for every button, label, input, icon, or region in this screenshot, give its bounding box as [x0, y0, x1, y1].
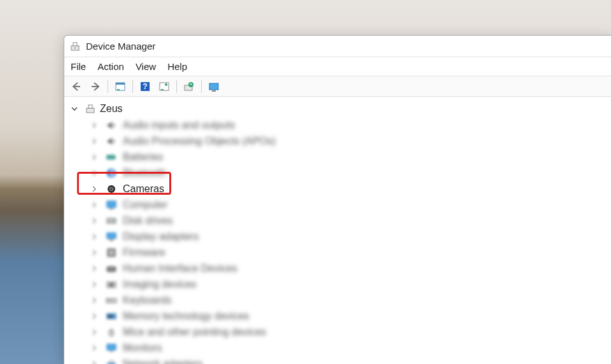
tree-item[interactable]: Cameras: [88, 181, 611, 197]
mouse-icon: [105, 326, 118, 339]
tree-item[interactable]: Bluetooth: [88, 165, 611, 181]
expand-icon[interactable]: [91, 202, 100, 208]
expand-icon[interactable]: [91, 329, 100, 335]
tree-item[interactable]: Human Interface Devices: [88, 260, 611, 276]
tree-item-label: Mice and other pointing devices: [123, 326, 266, 338]
tree-item-label: Imaging devices: [123, 279, 197, 290]
help-icon[interactable]: ?: [137, 78, 153, 95]
toolbar: ?: [64, 76, 611, 97]
expand-icon[interactable]: [91, 265, 100, 272]
battery-icon: [105, 151, 118, 164]
menu-action[interactable]: Action: [97, 61, 124, 72]
svg-point-26: [113, 220, 115, 221]
svg-rect-1: [73, 43, 77, 46]
svg-rect-35: [108, 300, 109, 301]
collapse-icon[interactable]: [71, 105, 81, 113]
tree-item-label: Cameras: [123, 183, 164, 195]
tree-item[interactable]: Display adapters: [88, 228, 611, 244]
tree-item-label: Bluetooth: [123, 167, 166, 179]
svg-rect-27: [107, 233, 116, 239]
tree-item-label: Monitors: [123, 342, 162, 354]
tree-item[interactable]: Disk drives: [88, 213, 611, 228]
disk-icon: [105, 214, 118, 227]
svg-point-22: [111, 188, 113, 190]
svg-rect-39: [108, 315, 110, 318]
tree-item[interactable]: Network adapters: [88, 356, 611, 364]
tree-item[interactable]: Audio Processing Objects (APOs): [88, 133, 611, 149]
computer-icon: [85, 103, 96, 115]
memory-icon: [105, 310, 118, 323]
svg-rect-24: [109, 208, 113, 209]
expand-icon[interactable]: [91, 138, 100, 144]
scan-icon[interactable]: [156, 78, 172, 95]
svg-rect-23: [107, 201, 116, 207]
window-title: Device Manager: [86, 41, 155, 52]
svg-rect-37: [111, 300, 113, 301]
tree-children: Audio inputs and outputsAudio Processing…: [68, 116, 611, 364]
menu-file[interactable]: File: [71, 61, 86, 72]
expand-icon[interactable]: [91, 281, 100, 288]
device-manager-window: Device Manager File Action View Help ?: [64, 35, 611, 364]
tree-item[interactable]: Monitors: [88, 340, 611, 356]
expand-icon[interactable]: [91, 345, 100, 351]
tree-item[interactable]: Audio inputs and outputs: [88, 117, 611, 133]
expand-icon[interactable]: [91, 154, 100, 160]
tree-item-label: Network adapters: [123, 358, 202, 365]
svg-rect-31: [107, 267, 116, 272]
monitor-icon: [105, 342, 118, 354]
tree-root[interactable]: Zeus: [68, 102, 611, 116]
tree-item[interactable]: Mice and other pointing devices: [88, 324, 611, 340]
svg-point-10: [165, 83, 167, 86]
device-manager-icon: [69, 41, 81, 52]
expand-icon[interactable]: [91, 313, 100, 319]
expand-icon[interactable]: [91, 361, 100, 365]
tree-item-label: Keyboards: [123, 295, 172, 306]
expand-icon[interactable]: [91, 297, 100, 304]
tree-item-label: Batteries: [123, 151, 163, 163]
show-hidden-icon[interactable]: [206, 78, 222, 95]
tree-item-label: Display adapters: [123, 231, 199, 242]
svg-rect-36: [109, 300, 111, 301]
network-icon: [105, 358, 118, 365]
svg-rect-28: [110, 239, 113, 241]
svg-point-2: [74, 47, 76, 48]
back-arrow-icon[interactable]: [68, 78, 85, 95]
expand-icon[interactable]: [91, 218, 100, 224]
camera-icon: [105, 183, 118, 195]
properties-icon[interactable]: [112, 78, 129, 95]
tree-item-label: Audio inputs and outputs: [123, 120, 235, 131]
expand-icon[interactable]: [91, 122, 100, 129]
update-icon[interactable]: [181, 78, 197, 95]
svg-rect-13: [209, 83, 218, 90]
tree-item[interactable]: Memory technology devices: [88, 308, 611, 324]
tree-item-label: Audio Processing Objects (APOs): [123, 136, 276, 147]
bluetooth-icon: [105, 167, 118, 179]
expand-icon[interactable]: [91, 186, 100, 192]
expand-icon[interactable]: [91, 249, 100, 256]
tree-item[interactable]: Imaging devices: [88, 276, 611, 292]
expand-icon[interactable]: [91, 234, 100, 240]
expand-icon[interactable]: [91, 170, 100, 176]
titlebar[interactable]: Device Manager: [64, 36, 611, 57]
audio-icon: [105, 119, 118, 132]
toolbar-separator: [201, 80, 202, 93]
tree-item[interactable]: Keyboards: [88, 292, 611, 308]
device-tree: Zeus Audio inputs and outputsAudio Proce…: [64, 97, 611, 364]
menu-view[interactable]: View: [136, 61, 156, 72]
tree-item-label: Human Interface Devices: [123, 263, 237, 274]
tree-item-label: Computer: [123, 199, 167, 211]
toolbar-separator: [176, 80, 177, 93]
tree-item[interactable]: Batteries: [88, 149, 611, 165]
menu-help[interactable]: Help: [167, 61, 187, 72]
tree-item[interactable]: Computer: [88, 197, 611, 213]
tree-item-label: Disk drives: [123, 215, 172, 227]
forward-arrow-icon[interactable]: [87, 78, 104, 95]
imaging-icon: [105, 278, 118, 291]
svg-rect-17: [107, 155, 115, 159]
menubar: File Action View Help: [64, 57, 611, 76]
tree-item[interactable]: Firmware: [88, 244, 611, 260]
svg-rect-44: [110, 351, 113, 352]
svg-rect-40: [111, 315, 113, 318]
computer-icon: [105, 199, 118, 211]
svg-rect-16: [88, 105, 92, 108]
